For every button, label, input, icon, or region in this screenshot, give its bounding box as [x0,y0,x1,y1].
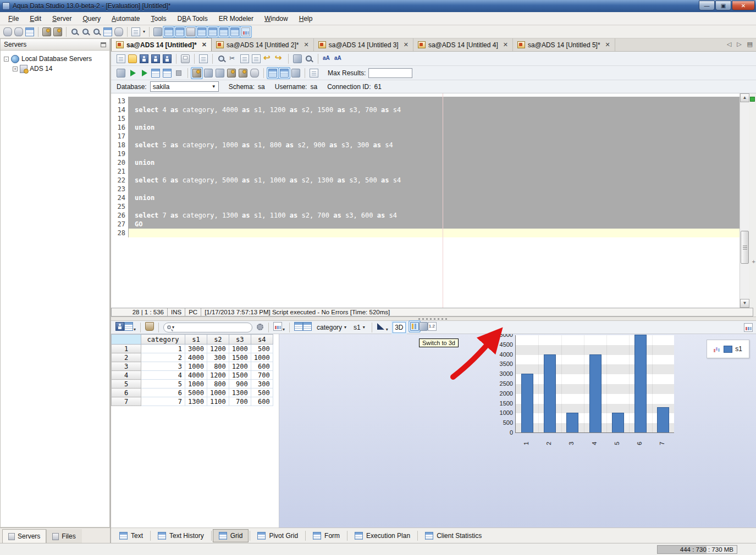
grid-cell[interactable]: 300 [207,353,229,362]
stop-icon[interactable] [174,69,183,77]
results-tab-text-history[interactable]: Text History [152,529,210,542]
chart-rows-icon[interactable] [419,322,428,331]
menu-query[interactable]: Query [78,13,106,24]
grid-cell[interactable]: 1300 [185,397,207,406]
chevron-down-icon[interactable]: ▾ [134,327,136,332]
forward-icon[interactable] [216,69,224,77]
menu-automate[interactable]: Automate [107,13,145,24]
transaction-icon[interactable] [250,69,259,77]
sidebar-tab-files[interactable]: Files [46,529,81,543]
menu-tools[interactable]: Tools [146,13,171,24]
editor-line[interactable]: 23 [111,185,756,193]
database-tool-icon[interactable] [114,27,123,36]
back-icon[interactable] [204,69,213,77]
scroll-up-icon[interactable]: ▲ [740,93,749,102]
grid-cell[interactable]: 1300 [229,389,251,397]
scroll-down-icon[interactable]: ▼ [740,299,749,308]
chart-view-icon[interactable] [241,27,250,36]
menu-help[interactable]: Help [294,13,318,24]
close-tab-icon[interactable]: ✕ [605,41,610,48]
chart-settings-icon[interactable] [744,323,753,332]
grid-cell[interactable]: 600 [251,397,273,406]
menu-edit[interactable]: Edit [25,13,46,24]
grid-cell[interactable]: 700 [251,371,273,380]
tree-expander-icon[interactable]: - [4,57,9,62]
editor-line[interactable]: 13 [111,97,756,106]
query-window-icon[interactable] [92,27,101,36]
open-file-icon[interactable] [128,54,137,63]
grid-cell[interactable]: 900 [229,380,251,389]
grid-cell[interactable]: 3000 [185,345,207,353]
save-as-icon[interactable] [151,54,160,63]
text-results-icon[interactable] [280,69,289,77]
row-header[interactable]: 7 [112,397,141,406]
group-by-combo[interactable]: category ▾ [314,323,349,332]
grid-cell[interactable]: 1 [141,345,185,353]
grid-cell[interactable]: 3 [141,362,185,371]
row-header[interactable]: 2 [112,353,141,362]
editor-line[interactable]: 26select 7 as category, 1300 as s1, 1100… [111,211,756,220]
editor-line[interactable]: 28 [111,229,756,237]
execute-edit-icon[interactable] [163,69,172,77]
uppercase-icon[interactable] [334,54,343,63]
doc-tab[interactable]: sa@ADS 14 [Untitled]*✕ [111,38,212,51]
export-results-icon[interactable] [124,322,133,331]
close-tab-icon[interactable]: ✕ [503,41,508,48]
grid-cell[interactable]: 1000 [185,362,207,371]
tree-expander-icon[interactable]: + [13,66,18,71]
grid-view-icon[interactable] [197,27,206,36]
chart-icon[interactable] [273,322,282,331]
chevron-down-icon[interactable]: ▾ [386,327,388,332]
column-header-s2[interactable]: s2 [207,335,229,345]
row-header[interactable]: 5 [112,380,141,389]
grid-cell[interactable]: 5 [141,380,185,389]
editor-line[interactable]: 15 [111,114,756,123]
minimize-button[interactable]: — [699,1,715,10]
editor-scrollbar[interactable]: ▲ ▼ [740,93,749,308]
editor-line[interactable]: 25 [111,202,756,211]
menu-window[interactable]: Window [260,13,293,24]
redo-icon[interactable] [275,54,284,63]
undo-icon[interactable] [263,54,272,63]
print-icon[interactable] [181,54,190,63]
row-header[interactable]: 3 [112,362,141,371]
grid-cell[interactable]: 1000 [207,389,229,397]
grid-cell[interactable]: 300 [251,380,273,389]
scrollbar-thumb[interactable] [741,231,749,264]
grid-cell[interactable]: 800 [207,362,229,371]
row-header[interactable]: 4 [112,371,141,380]
script-icon[interactable] [131,27,140,36]
relation-view-icon[interactable] [230,27,239,36]
cascade-windows-icon[interactable] [103,27,112,36]
series-combo[interactable]: s1 ▾ [351,323,367,332]
menu-server[interactable]: Server [47,13,76,24]
chart-style-icon[interactable] [377,322,385,331]
editor-line[interactable]: 14select 4 as category, 4000 as s1, 1200… [111,106,756,114]
editor-line[interactable]: 24union [111,193,756,202]
lowercase-icon[interactable] [323,54,332,63]
tree-item-local-database-servers[interactable]: -Local Database Servers [3,54,107,64]
editor-line[interactable]: 17 [111,132,756,141]
max-results-input[interactable] [368,68,412,78]
execute-grid-icon[interactable] [151,69,160,77]
column-header-category[interactable]: category [141,335,185,345]
doc-tab[interactable]: sa@ADS 14 [Untitled 2]*✕ [212,38,314,51]
register-server-icon[interactable] [3,27,12,36]
list-view-icon[interactable] [219,27,228,36]
horizontal-splitter[interactable] [111,317,756,321]
results-tab-pivot-grid[interactable]: Pivot Grid [251,529,304,542]
close-tab-icon[interactable]: ✕ [202,41,207,48]
menu-file[interactable]: File [3,13,24,24]
automation-icon[interactable] [153,27,162,36]
disconnect-server-icon[interactable] [53,27,62,36]
server-connections-icon[interactable] [25,27,34,36]
results-search-input[interactable]: ▾ [163,323,252,332]
auto-commit-icon[interactable] [192,69,201,77]
split-editor-handle[interactable]: + [752,258,755,265]
grid-cell[interactable]: 1000 [251,353,273,362]
pivot-columns-icon[interactable] [294,322,303,331]
tab-next-icon[interactable]: ▷ [737,41,741,48]
database-combo[interactable]: sakila ▼ [150,81,219,92]
paste-icon[interactable] [252,54,261,63]
connect-server-icon[interactable] [42,27,51,36]
